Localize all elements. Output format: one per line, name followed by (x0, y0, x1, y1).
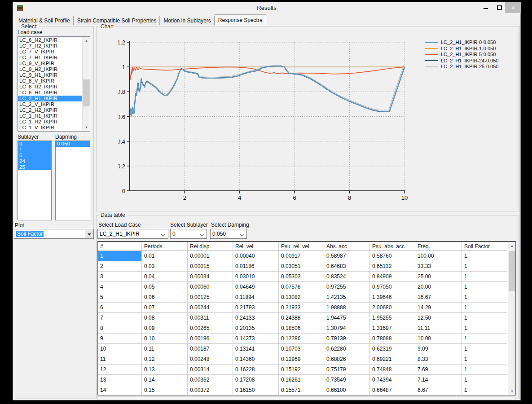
table-cell[interactable]: 1.30794 (324, 323, 370, 333)
list-item[interactable]: LC_8_H1_IKPIR (18, 90, 82, 96)
table-cell[interactable]: 0.01 (142, 251, 188, 261)
table-cell[interactable]: 1 (462, 344, 507, 354)
table-cell[interactable]: 0.00314 (188, 364, 233, 374)
table-cell[interactable]: 5 (98, 292, 142, 302)
table-cell[interactable]: 0.00372 (188, 385, 233, 395)
table-cell[interactable]: 11.11 (415, 323, 462, 333)
table-cell[interactable]: 0.10 (142, 334, 188, 343)
table-cell[interactable]: 0.14 (142, 375, 188, 385)
table-cell[interactable]: 0.11 (142, 344, 188, 354)
table-cell[interactable]: 1 (462, 323, 507, 333)
table-cell[interactable]: 0.09 (142, 323, 188, 333)
list-item[interactable]: LC_1_H1_IKPIR (18, 113, 82, 119)
table-cell[interactable]: 0.12969 (279, 354, 324, 364)
table-cell[interactable]: 1.39646 (370, 292, 415, 302)
table-cell[interactable]: 1 (98, 251, 142, 261)
list-item[interactable]: LC_9_H1_IKPIR (18, 72, 82, 78)
table-cell[interactable]: 0.74394 (370, 375, 415, 385)
table-cell[interactable]: 1 (462, 385, 507, 395)
table-cell[interactable]: 0.05303 (279, 272, 324, 281)
list-item[interactable]: LC_9_H2_IKPIR (18, 66, 82, 72)
scroll-thumb[interactable] (509, 251, 515, 291)
table-cell[interactable]: 100.00 (415, 251, 462, 261)
list-item[interactable]: 1 (18, 147, 51, 153)
list-item[interactable]: LC_2_H1_IKPIR (18, 96, 82, 101)
table-cell[interactable]: 1 (462, 251, 507, 261)
list-item[interactable]: 25 (18, 164, 51, 170)
table-cell[interactable]: 0.74848 (370, 364, 415, 374)
table-cell[interactable]: 0.12 (142, 354, 188, 364)
list-item[interactable]: LC_1_V_IKPIR (18, 125, 82, 131)
list-item[interactable]: LC_1_H2_IKPIR (18, 119, 82, 125)
table-cell[interactable]: 0.64683 (324, 261, 370, 271)
table-cell[interactable]: 0.03 (142, 261, 188, 271)
table-cell[interactable]: 0.00187 (188, 344, 233, 354)
table-cell[interactable]: 0.69221 (370, 354, 415, 364)
table-cell[interactable]: 7.14 (415, 375, 462, 385)
chevron-down-icon[interactable] (240, 232, 244, 237)
table-cell[interactable]: 0.83524 (324, 272, 370, 281)
table-cell[interactable]: 0.18506 (279, 323, 324, 333)
table-cell[interactable]: 0.84909 (370, 272, 415, 281)
tab-motion-in-sublayers[interactable]: Motion in Sublayers (160, 16, 214, 25)
table-cell[interactable]: 0.58987 (324, 251, 370, 261)
table-cell[interactable]: 1 (462, 313, 507, 323)
table-cell[interactable]: 1.94475 (324, 313, 370, 323)
scroll-thumb[interactable] (83, 79, 90, 106)
table-cell[interactable]: 0.00034 (188, 272, 233, 281)
table-cell[interactable]: 0.17208 (233, 375, 279, 385)
table-cell[interactable]: 0.24133 (233, 313, 279, 323)
table-cell[interactable]: 0.24388 (279, 313, 324, 323)
table-cell[interactable]: 20.00 (415, 282, 462, 292)
table-cell[interactable]: 0.00196 (188, 334, 233, 343)
table-cell[interactable]: 0.58760 (370, 251, 415, 261)
table-cell[interactable]: 0.97255 (324, 282, 370, 292)
table-cell[interactable]: 6.67 (415, 385, 462, 395)
list-item[interactable]: LC_9_V_IKPIR (18, 61, 82, 66)
list-item[interactable]: LC_8_H2_IKPIR (18, 84, 82, 90)
scroll-down-icon[interactable]: ▼ (83, 123, 90, 131)
table-cell[interactable]: 25.00 (415, 272, 462, 281)
table-cell[interactable]: 11 (98, 354, 142, 364)
table-cell[interactable]: 0.14373 (233, 334, 279, 343)
table-cell[interactable]: 12.50 (415, 313, 462, 323)
table-cell[interactable]: 0.00244 (188, 303, 233, 312)
list-item[interactable]: 5 (18, 153, 51, 158)
close-button[interactable]: × (505, 2, 521, 13)
table-cell[interactable]: 14 (98, 385, 142, 395)
scroll-up-icon[interactable]: ▲ (83, 37, 90, 44)
list-item[interactable]: LC_7_H2_IKPIR (18, 43, 82, 49)
table-cell[interactable]: 0.68826 (324, 354, 370, 364)
table-cell[interactable]: 0.21793 (233, 303, 279, 312)
table-cell[interactable]: 8.33 (415, 354, 462, 364)
table-cell[interactable]: 1 (462, 292, 507, 302)
table-cell[interactable]: 0.16228 (233, 364, 279, 374)
table-cell[interactable]: 0.12286 (279, 334, 324, 343)
list-item[interactable]: 24 (18, 158, 51, 164)
table-cell[interactable]: 0.00917 (279, 251, 324, 261)
table-cell[interactable]: 12 (98, 364, 142, 374)
table-scrollbar[interactable]: ▲ ▼ (508, 242, 515, 395)
table-cell[interactable]: 0.04649 (233, 282, 279, 292)
table-cell[interactable]: 1 (462, 334, 507, 343)
table-cell[interactable]: 1.31697 (370, 323, 415, 333)
chevron-down-icon[interactable] (200, 232, 204, 237)
table-cell[interactable]: 0.07 (142, 303, 188, 312)
table-cell[interactable]: 2 (98, 261, 142, 271)
table-cell[interactable]: 2.00680 (370, 303, 415, 312)
table-cell[interactable]: 8 (98, 323, 142, 333)
maximize-button[interactable] (493, 2, 505, 13)
table-cell[interactable]: 0.06 (142, 292, 188, 302)
table-cell[interactable]: 0.00362 (188, 375, 233, 385)
table-cell[interactable]: 0.00015 (188, 261, 233, 271)
list-item[interactable]: LC_7_V_IKPIR (18, 49, 82, 55)
table-cell[interactable]: 16.67 (415, 292, 462, 302)
table-cell[interactable]: 0.13141 (233, 344, 279, 354)
plot-combobox[interactable]: Soil Factor (14, 229, 94, 239)
dropdown-arrow-icon[interactable] (85, 230, 93, 238)
table-cell[interactable]: 0.16261 (279, 375, 324, 385)
table-cell[interactable]: 0.75179 (324, 364, 370, 374)
table-cell[interactable]: 10 (98, 344, 142, 354)
table-cell[interactable]: 0.13082 (279, 292, 324, 302)
list-item[interactable]: LC_2_H2_IKPIR (18, 107, 82, 113)
